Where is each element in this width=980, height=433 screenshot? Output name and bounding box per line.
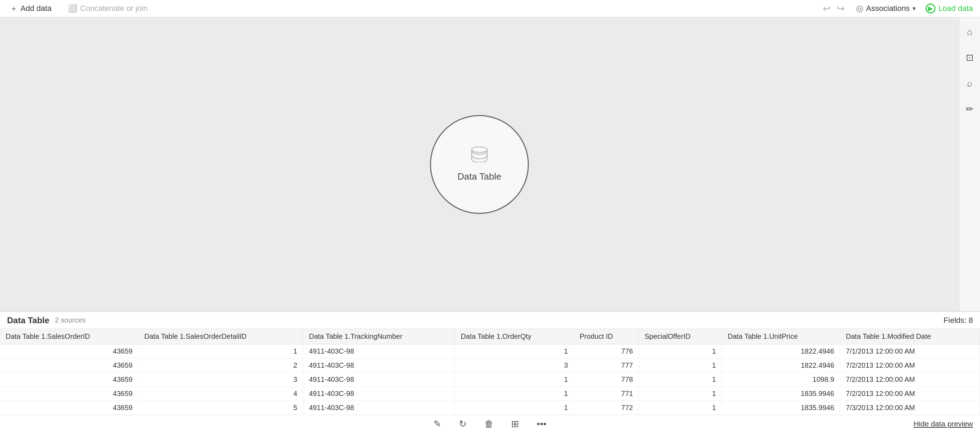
filter-button[interactable]: ⊞ bbox=[508, 416, 522, 431]
panel-fields: Fields: 8 bbox=[943, 316, 973, 325]
refresh-button[interactable]: ↻ bbox=[455, 416, 470, 431]
cell-0-6: 1822.4946 bbox=[722, 344, 840, 358]
bottom-panel: Data Table 2 sources Fields: 8 Data Tabl… bbox=[0, 311, 980, 433]
data-table-container[interactable]: Data Table 1.SalesOrderIDData Table 1.Sa… bbox=[0, 329, 980, 415]
cell-3-5: 1 bbox=[639, 387, 722, 401]
table-body: 4365914911-403C-98177611822.49467/1/2013… bbox=[0, 344, 980, 415]
cell-1-5: 1 bbox=[639, 358, 722, 373]
col-header-3: Data Table 1.OrderQty bbox=[455, 329, 574, 344]
cell-0-1: 1 bbox=[138, 344, 303, 358]
col-header-0: Data Table 1.SalesOrderID bbox=[0, 329, 138, 344]
cell-1-4: 777 bbox=[574, 358, 639, 373]
cell-1-0: 43659 bbox=[0, 358, 138, 373]
panel-header: Data Table 2 sources Fields: 8 bbox=[0, 312, 980, 329]
toolbar-right: ↩ ↪ ◎ Associations ▾ ▶ Load data bbox=[821, 2, 973, 16]
home-button[interactable]: ⌂ bbox=[965, 24, 975, 40]
data-table-node[interactable]: Data Table bbox=[430, 115, 529, 214]
concatenate-label: Concatenate or join bbox=[80, 4, 148, 13]
add-data-button[interactable]: ＋ Add data bbox=[7, 2, 54, 15]
plus-icon: ＋ bbox=[10, 3, 18, 14]
svg-point-0 bbox=[472, 147, 487, 152]
cell-2-0: 43659 bbox=[0, 373, 138, 387]
table-row: 4365934911-403C-98177811098.97/2/2013 12… bbox=[0, 373, 980, 387]
col-header-2: Data Table 1.TrackingNumber bbox=[303, 329, 455, 344]
cell-3-4: 771 bbox=[574, 387, 639, 401]
cell-3-3: 1 bbox=[455, 387, 574, 401]
cell-3-7: 7/2/2013 12:00:00 AM bbox=[840, 387, 980, 401]
col-header-7: Data Table 1.Modified Date bbox=[840, 329, 980, 344]
cell-1-2: 4911-403C-98 bbox=[303, 358, 455, 373]
panel-sources: 2 sources bbox=[55, 316, 86, 324]
bottom-toolbar: ✎ ↻ 🗑 ⊞ ••• Hide data preview bbox=[0, 415, 980, 433]
node-label: Data Table bbox=[458, 171, 501, 182]
table-row: 4365954911-403C-98177211835.99467/3/2013… bbox=[0, 401, 980, 415]
table-row: 4365924911-403C-98377711822.49467/2/2013… bbox=[0, 358, 980, 373]
cell-2-5: 1 bbox=[639, 373, 722, 387]
concatenate-button[interactable]: ⬜ Concatenate or join bbox=[65, 2, 151, 14]
cell-4-0: 43659 bbox=[0, 401, 138, 415]
col-header-1: Data Table 1.SalesOrderDetailID bbox=[138, 329, 303, 344]
delete-button[interactable]: 🗑 bbox=[481, 416, 497, 431]
cell-4-5: 1 bbox=[639, 401, 722, 415]
cell-4-3: 1 bbox=[455, 401, 574, 415]
cell-4-4: 772 bbox=[574, 401, 639, 415]
cell-1-1: 2 bbox=[138, 358, 303, 373]
panel-title: Data Table bbox=[7, 316, 49, 325]
eye-icon: ◎ bbox=[856, 3, 864, 13]
associations-label: Associations bbox=[866, 4, 910, 13]
cell-2-1: 3 bbox=[138, 373, 303, 387]
data-table: Data Table 1.SalesOrderIDData Table 1.Sa… bbox=[0, 329, 980, 415]
cell-2-2: 4911-403C-98 bbox=[303, 373, 455, 387]
cell-0-7: 7/1/2013 12:00:00 AM bbox=[840, 344, 980, 358]
cell-4-7: 7/3/2013 12:00:00 AM bbox=[840, 401, 980, 415]
table-row: 4365944911-403C-98177111835.99467/2/2013… bbox=[0, 387, 980, 401]
database-icon bbox=[471, 146, 488, 166]
more-options-button[interactable]: ••• bbox=[533, 416, 550, 431]
load-data-icon: ▶ bbox=[926, 3, 935, 13]
undo-redo-group: ↩ ↪ bbox=[821, 2, 846, 16]
cell-2-4: 778 bbox=[574, 373, 639, 387]
cell-0-4: 776 bbox=[574, 344, 639, 358]
cell-3-0: 43659 bbox=[0, 387, 138, 401]
cell-2-7: 7/2/2013 12:00:00 AM bbox=[840, 373, 980, 387]
cell-4-1: 5 bbox=[138, 401, 303, 415]
cell-4-6: 1835.9946 bbox=[722, 401, 840, 415]
header-row: Data Table 1.SalesOrderIDData Table 1.Sa… bbox=[0, 329, 980, 344]
cell-2-3: 1 bbox=[455, 373, 574, 387]
table-header: Data Table 1.SalesOrderIDData Table 1.Sa… bbox=[0, 329, 980, 344]
col-header-6: Data Table 1.UnitPrice bbox=[722, 329, 840, 344]
col-header-4: Product ID bbox=[574, 329, 639, 344]
cell-0-5: 1 bbox=[639, 344, 722, 358]
pencil-button[interactable]: ✏ bbox=[964, 102, 976, 117]
col-header-5: SpecialOfferID bbox=[639, 329, 722, 344]
cell-0-0: 43659 bbox=[0, 344, 138, 358]
cell-3-6: 1835.9946 bbox=[722, 387, 840, 401]
load-data-button[interactable]: ▶ Load data bbox=[926, 3, 973, 13]
load-data-label: Load data bbox=[938, 4, 973, 13]
cell-3-1: 4 bbox=[138, 387, 303, 401]
cell-4-2: 4911-403C-98 bbox=[303, 401, 455, 415]
cell-0-3: 1 bbox=[455, 344, 574, 358]
table-row: 4365914911-403C-98177611822.49467/1/2013… bbox=[0, 344, 980, 358]
redo-button[interactable]: ↪ bbox=[835, 2, 846, 16]
concatenate-icon: ⬜ bbox=[68, 4, 77, 13]
cell-1-6: 1822.4946 bbox=[722, 358, 840, 373]
cell-0-2: 4911-403C-98 bbox=[303, 344, 455, 358]
hide-preview-button[interactable]: Hide data preview bbox=[913, 420, 973, 428]
cell-1-3: 3 bbox=[455, 358, 574, 373]
cell-3-2: 4911-403C-98 bbox=[303, 387, 455, 401]
cell-1-7: 7/2/2013 12:00:00 AM bbox=[840, 358, 980, 373]
top-toolbar: ＋ Add data ⬜ Concatenate or join ↩ ↪ ◎ A… bbox=[0, 0, 980, 17]
edit-button[interactable]: ✎ bbox=[430, 416, 445, 431]
associations-button[interactable]: ◎ Associations ▾ bbox=[853, 2, 919, 15]
chevron-down-icon: ▾ bbox=[913, 5, 916, 12]
undo-button[interactable]: ↩ bbox=[821, 2, 832, 16]
search-button[interactable]: ⌕ bbox=[965, 76, 975, 91]
cell-2-6: 1098.9 bbox=[722, 373, 840, 387]
fit-view-button[interactable]: ⊡ bbox=[964, 50, 976, 65]
add-data-label: Add data bbox=[21, 4, 52, 13]
canvas-area: Data Table bbox=[0, 17, 959, 311]
